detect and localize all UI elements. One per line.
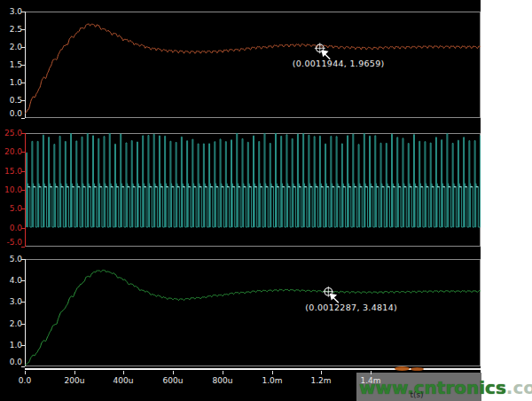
y-tick-label: 2.5: [0, 25, 22, 34]
y-tick-label: 2.0: [0, 43, 22, 51]
trace-bottom-plot: [25, 259, 481, 366]
y-tick-label: 25.0: [0, 129, 22, 138]
x-tick-label: 1.2m: [301, 376, 340, 385]
x-tick-label: 1.0m: [253, 376, 292, 385]
y-tick-label: 0.0: [0, 224, 22, 232]
y-tick-label: 3.0: [0, 297, 22, 306]
y-tick-label: 0.0: [0, 109, 22, 118]
x-axis-title: t(s): [401, 390, 433, 399]
x-tick-label: 400u: [104, 376, 143, 385]
panel-bottom[interactable]: [25, 259, 481, 366]
waveform-trace: [25, 270, 481, 365]
panel-border: [26, 12, 481, 118]
y-tick-label: 5.0: [0, 255, 22, 263]
x-tick-label: 200u: [55, 376, 94, 385]
x-tick-label: 0.0: [5, 376, 44, 385]
watermark: www.cntronics.com: [359, 377, 532, 398]
right-margin: [481, 0, 532, 401]
axis-smudge-artifact: [395, 366, 410, 371]
x-tick-mark: [272, 371, 273, 374]
x-tick-label: 600u: [153, 376, 192, 385]
x-tick-mark: [223, 371, 223, 374]
trace-top-plot: [25, 12, 481, 118]
panel-top[interactable]: [25, 12, 481, 118]
y-tick-label: 5.0: [0, 204, 22, 213]
panel-middle[interactable]: [25, 133, 481, 247]
axis-smudge-artifact: [411, 367, 424, 371]
panel-border: [26, 260, 481, 366]
y-tick-mark: [21, 366, 25, 367]
y-tick-label: 3.0: [0, 7, 22, 16]
x-tick-label: 800u: [203, 376, 242, 385]
x-tick-mark: [321, 371, 322, 374]
y-tick-label: 20.0: [0, 147, 22, 156]
trace-pwm-plot: [25, 133, 481, 247]
waveform-viewer: 3.02.52.01.51.00.50.025.020.015.010.05.0…: [0, 0, 532, 401]
y-tick-label: 0.5: [0, 96, 22, 105]
x-tick-mark: [371, 371, 372, 374]
waveform-trace: [25, 24, 481, 114]
y-tick-mark: [21, 247, 25, 248]
y-tick-label: 2.0: [0, 319, 22, 328]
y-tick-label: 1.5: [0, 60, 22, 69]
y-tick-label: 1.0: [0, 78, 22, 87]
watermark-suffix-text: .com: [506, 377, 532, 398]
y-tick-label: 4.0: [0, 276, 22, 285]
x-tick-mark: [74, 371, 75, 374]
y-tick-label: 1.0: [0, 341, 22, 350]
y-tick-mark: [21, 118, 25, 119]
y-tick-label: 0.0: [0, 358, 22, 366]
y-tick-label: 15.0: [0, 167, 22, 176]
x-tick-mark: [123, 371, 124, 374]
y-tick-label: -5.0: [0, 238, 22, 247]
x-tick-mark: [25, 371, 26, 374]
y-tick-label: 10.0: [0, 185, 22, 194]
x-tick-mark: [173, 371, 174, 374]
cursor-readout-bottom: (0.0012287, 3.4814): [305, 303, 397, 312]
cursor-readout-top: (0.0011944, 1.9659): [293, 59, 385, 68]
pwm-trace: [27, 133, 481, 227]
